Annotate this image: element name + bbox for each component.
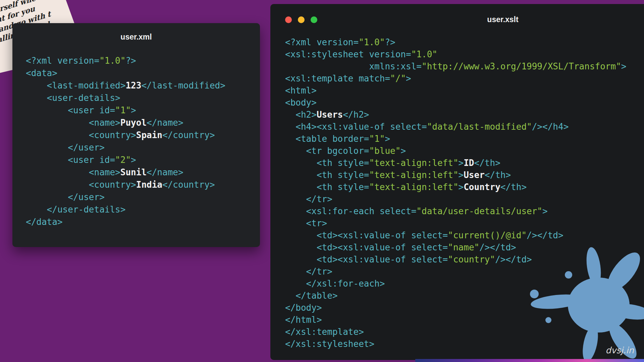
code-line: <user id="1">	[26, 104, 225, 117]
bottom-gradient-strip	[415, 359, 644, 362]
code-line: <country>India</country>	[26, 179, 225, 191]
code-line: <tr>	[285, 217, 626, 229]
code-line: <?xml version="1.0"?>	[26, 55, 225, 67]
code-line: </user>	[26, 141, 225, 154]
code-line: </data>	[26, 216, 225, 228]
code-line: <last-modified>123</last-modified>	[26, 79, 225, 92]
code-line: <table border="1">	[285, 133, 626, 145]
code-line: xmlns:xsl="http://www.w3.org/1999/XSL/Tr…	[285, 60, 626, 72]
code-line: </tr>	[285, 193, 626, 205]
code-line: <name>Puyol</name>	[26, 117, 225, 129]
code-line: <h2>Users</h2>	[285, 109, 626, 121]
close-button[interactable]	[285, 16, 292, 23]
minimize-button[interactable]	[298, 16, 305, 23]
window-title-user-xslt: user.xslt	[487, 15, 518, 24]
watermark: dvsj.in	[605, 345, 634, 355]
code-line: <xsl:stylesheet version="1.0"	[285, 48, 626, 60]
zoom-button[interactable]	[311, 16, 317, 23]
code-line: <td><xsl:value-of select="current()/@id"…	[285, 229, 626, 241]
code-line: <th style="text-align:left">Country</th>	[285, 181, 626, 193]
window-controls	[285, 16, 317, 23]
code-line: </user>	[26, 191, 225, 203]
window-title-user-xml: user.xml	[12, 33, 260, 42]
code-line: <name>Sunil</name>	[26, 166, 225, 179]
code-line: <user id="2">	[26, 154, 225, 166]
code-line: <th style="text-align:left">User</th>	[285, 169, 626, 181]
code-line: <body>	[285, 97, 626, 109]
code-line: <country>Spain</country>	[26, 129, 225, 141]
code-line: <?xml version="1.0"?>	[285, 36, 626, 48]
code-line: <xsl:for-each select="data/user-details/…	[285, 205, 626, 217]
code-line: <html>	[285, 84, 626, 97]
code-line: <th style="text-align:left">ID</th>	[285, 157, 626, 169]
code-line: </user-details>	[26, 203, 225, 216]
user-xml-window: user.xml <?xml version="1.0"?><data> <la…	[12, 23, 260, 247]
xml-code-block: <?xml version="1.0"?><data> <last-modifi…	[26, 55, 225, 228]
code-line: <tr bgcolor="blue">	[285, 145, 626, 157]
code-line: <data>	[26, 67, 225, 79]
code-line: <xsl:template match="/">	[285, 72, 626, 84]
code-line: <user-details>	[26, 92, 225, 104]
code-line: <h4><xsl:value-of select="data/last-modi…	[285, 121, 626, 133]
paint-splat-icon	[528, 243, 644, 360]
